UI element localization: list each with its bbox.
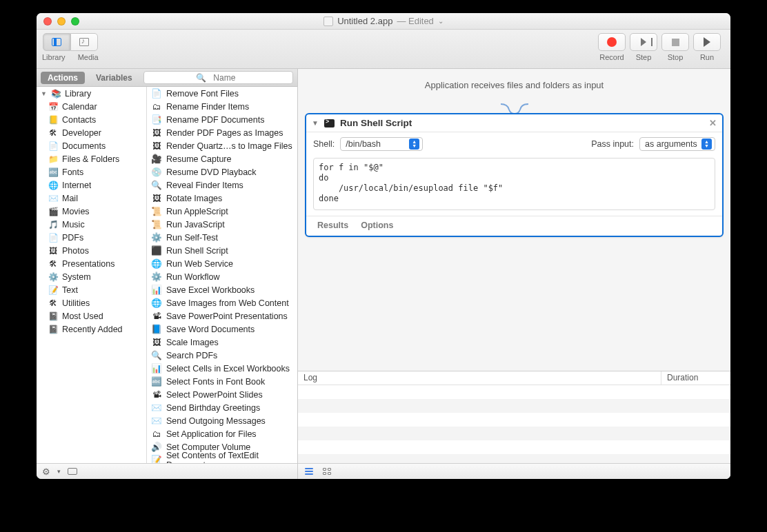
action-row[interactable]: ⬛Run Shell Script [147, 244, 297, 257]
action-icon: 📊 [151, 285, 162, 296]
sidebar-item[interactable]: 📄Documents [37, 139, 146, 152]
category-icon: 🔤 [48, 167, 59, 177]
action-row[interactable]: 🖼Render Quartz…s to Image Files [147, 139, 297, 152]
action-row[interactable]: ⚙️Run Self-Test [147, 231, 297, 244]
category-sidebar[interactable]: ▼ 📚 Library 📅Calendar📒Contacts🛠Developer… [37, 87, 147, 463]
action-label: Send Birthday Greetings [166, 403, 260, 413]
log-column-header[interactable]: Log [298, 371, 661, 385]
action-row[interactable]: 📊Save Excel Workbooks [147, 283, 297, 296]
sidebar-item[interactable]: 🛠Developer [37, 126, 146, 139]
action-row[interactable]: ✉️Send Outgoing Messages [147, 414, 297, 427]
action-row[interactable]: ✉️Send Birthday Greetings [147, 401, 297, 414]
grid-view-icon[interactable] [323, 468, 331, 475]
media-toggle-button[interactable] [70, 33, 98, 51]
disclosure-triangle-icon[interactable]: ▼ [41, 90, 47, 97]
sidebar-label: Library [65, 89, 91, 99]
connector [298, 103, 730, 114]
sidebar-item[interactable]: ✉️Mail [37, 192, 146, 205]
action-row[interactable]: 📜Run AppleScript [147, 205, 297, 218]
action-row[interactable]: 💿Resume DVD Playback [147, 165, 297, 178]
action-label: Search PDFs [166, 351, 217, 360]
sidebar-item[interactable]: ⚙️System [37, 270, 146, 283]
pass-input-select[interactable]: as arguments ▲▼ [639, 137, 715, 151]
sidebar-item[interactable]: 📅Calendar [37, 100, 146, 113]
results-tab[interactable]: Results [317, 221, 348, 230]
action-icon: ✉️ [151, 402, 162, 413]
sidebar-item[interactable]: 📓Most Used [37, 309, 146, 323]
sidebar-item[interactable]: 🛠Presentations [37, 257, 146, 270]
sidebar-item[interactable]: 📝Text [37, 283, 146, 296]
workflow-action-card[interactable]: ▼ Run Shell Script ✕ Shell: /bin/bash ▲▼ [305, 113, 724, 237]
category-icon: 🖼 [48, 246, 59, 256]
options-tab[interactable]: Options [361, 221, 393, 230]
action-row[interactable]: 🔍Search PDFs [147, 349, 297, 362]
duration-column-header[interactable]: Duration [661, 371, 730, 385]
list-view-icon[interactable] [305, 468, 313, 475]
action-icon: 🖼 [151, 337, 162, 348]
action-row[interactable]: 🗂Set Application for Files [147, 427, 297, 440]
sidebar-item[interactable]: 📓Recently Added [37, 323, 146, 336]
action-row[interactable]: 🔤Select Fonts in Font Book [147, 375, 297, 388]
action-row[interactable]: ⚙️Run Workflow [147, 270, 297, 283]
action-row[interactable]: 🗂Rename Finder Items [147, 100, 297, 113]
sidebar-item[interactable]: 🖼Photos [37, 244, 146, 257]
action-label: Render Quartz…s to Image Files [166, 141, 292, 151]
shell-select[interactable]: /bin/bash ▲▼ [340, 137, 423, 151]
action-row[interactable]: 🖼Scale Images [147, 336, 297, 349]
window-title: Untitled 2.app — Edited ⌄ [37, 16, 730, 26]
sidebar-item[interactable]: 📄PDFs [37, 231, 146, 244]
action-label: Run JavaScript [166, 220, 225, 229]
action-row[interactable]: 📄Remove Font Files [147, 87, 297, 100]
action-row[interactable]: 📑Rename PDF Documents [147, 113, 297, 126]
action-row[interactable]: 📊Select Cells in Excel Workbooks [147, 362, 297, 375]
record-button[interactable] [598, 33, 626, 51]
action-icon: ⚙️ [151, 272, 162, 283]
action-row[interactable]: 🌐Save Images from Web Content [147, 296, 297, 309]
library-toggle-button[interactable] [43, 33, 70, 51]
sidebar-label: Recently Added [62, 325, 123, 334]
action-row[interactable]: 🖼Rotate Images [147, 192, 297, 205]
action-row[interactable]: 📝Set Contents of TextEdit Document [147, 453, 297, 463]
library-folder-icon: 📚 [50, 89, 61, 99]
action-row[interactable]: 🖼Render PDF Pages as Images [147, 126, 297, 139]
card-disclosure-icon[interactable]: ▼ [312, 119, 319, 127]
action-row[interactable]: 📜Run JavaScript [147, 218, 297, 231]
sidebar-item[interactable]: 📁Files & Folders [37, 152, 146, 165]
title-dropdown-icon[interactable]: ⌄ [438, 17, 444, 25]
action-icon: 📝 [151, 455, 162, 464]
stop-button[interactable] [661, 33, 689, 51]
sidebar-label: System [62, 272, 91, 282]
action-label: Run Workflow [166, 272, 220, 282]
tab-actions[interactable]: Actions [41, 72, 85, 84]
run-button[interactable] [693, 33, 721, 51]
stop-label: Stop [668, 53, 684, 61]
category-icon: 🌐 [48, 181, 59, 190]
sidebar-label: Photos [62, 246, 89, 256]
sidebar-item-library[interactable]: ▼ 📚 Library [37, 87, 146, 100]
sidebar-item[interactable]: 📒Contacts [37, 113, 146, 126]
right-footer [298, 463, 730, 479]
action-row[interactable]: 📽Save PowerPoint Presentations [147, 309, 297, 323]
step-button[interactable] [630, 33, 657, 51]
action-label: Select PowerPoint Slides [166, 390, 263, 400]
gear-icon[interactable] [42, 467, 50, 477]
action-label: Set Application for Files [166, 429, 257, 439]
search-input[interactable] [143, 71, 293, 84]
action-list[interactable]: 📄Remove Font Files🗂Rename Finder Items📑R… [147, 87, 297, 463]
action-row[interactable]: 🌐Run Web Service [147, 257, 297, 270]
media-icon [79, 38, 89, 46]
sidebar-item[interactable]: 🎬Movies [37, 205, 146, 218]
sidebar-item[interactable]: 🛠Utilities [37, 296, 146, 309]
action-row[interactable]: 📘Save Word Documents [147, 323, 297, 336]
close-action-button[interactable]: ✕ [709, 118, 717, 128]
quicklook-icon[interactable] [68, 468, 77, 475]
sidebar-item[interactable]: 🎵Music [37, 218, 146, 231]
script-textarea[interactable]: for f in "$@" do /usr/local/bin/esupload… [313, 158, 715, 210]
tab-variables[interactable]: Variables [89, 72, 139, 84]
action-row[interactable]: 📽Select PowerPoint Slides [147, 388, 297, 401]
sidebar-item[interactable]: 🌐Internet [37, 178, 146, 192]
action-row[interactable]: 🔍Reveal Finder Items [147, 178, 297, 192]
action-label: Run Self-Test [166, 233, 218, 243]
sidebar-item[interactable]: 🔤Fonts [37, 165, 146, 178]
action-row[interactable]: 🎥Resume Capture [147, 152, 297, 165]
